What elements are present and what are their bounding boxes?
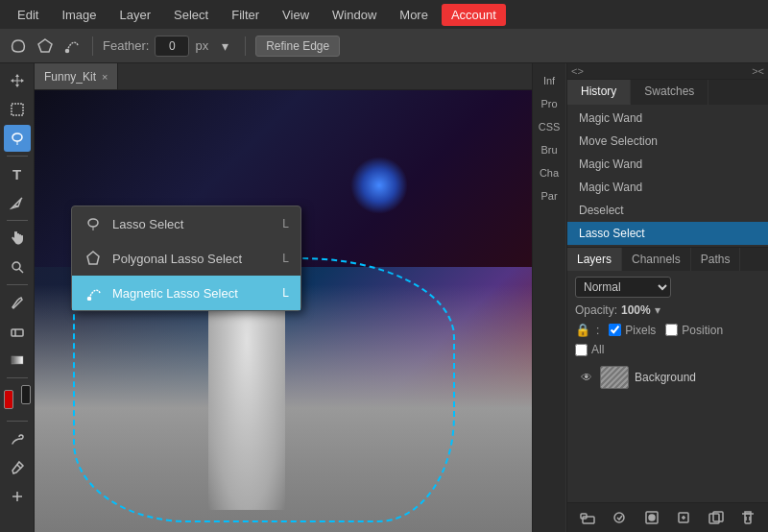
menu-window[interactable]: Window xyxy=(323,4,386,26)
history-item-4[interactable]: Deselect xyxy=(567,199,768,222)
toggle-collapse-right[interactable]: >< xyxy=(752,65,764,77)
toggle-collapse-left[interactable]: <> xyxy=(571,65,584,77)
new-layer-btn[interactable] xyxy=(673,507,694,528)
tool-eyedrop[interactable] xyxy=(4,454,31,481)
menu-view[interactable]: View xyxy=(273,4,319,26)
tool-smudge[interactable] xyxy=(4,425,31,452)
layer-name: Background xyxy=(635,371,696,384)
svg-point-1 xyxy=(66,49,69,52)
history-item-2[interactable]: Magic Wand xyxy=(567,153,768,176)
history-item-5[interactable]: Lasso Select xyxy=(567,222,768,245)
tab-paths[interactable]: Paths xyxy=(691,248,741,271)
feather-dropdown-icon[interactable]: ▾ xyxy=(214,36,235,57)
tool-heal[interactable] xyxy=(4,483,31,510)
layer-thumbnail xyxy=(600,366,629,389)
history-item-1[interactable]: Move Selection xyxy=(567,130,768,153)
tool-lasso[interactable] xyxy=(4,125,31,152)
tool-gradient[interactable] xyxy=(4,347,31,374)
feather-input[interactable] xyxy=(155,36,189,57)
side-label-cha[interactable]: Cha xyxy=(538,161,561,184)
right-panel: <> >< History Swatches Magic Wand Move S… xyxy=(566,63,768,532)
delete-layer-btn[interactable] xyxy=(737,507,758,528)
main-area: T xyxy=(0,63,768,532)
side-label-pro[interactable]: Pro xyxy=(539,92,559,115)
tool-separator-4 xyxy=(7,377,28,378)
add-group-btn[interactable] xyxy=(577,507,598,528)
menu-filter[interactable]: Filter xyxy=(222,4,269,26)
canvas-area: Funny_Kit × xyxy=(35,63,532,532)
svg-line-6 xyxy=(19,269,23,273)
feather-unit: px xyxy=(195,38,208,53)
history-panel: History Swatches Magic Wand Move Selecti… xyxy=(567,80,768,248)
tab-swatches[interactable]: Swatches xyxy=(631,80,708,105)
context-poly-lasso-label: Polygonal Lasso Select xyxy=(112,252,242,266)
all-checkbox[interactable] xyxy=(575,344,588,356)
opacity-value: 100% xyxy=(621,303,651,317)
tab-history[interactable]: History xyxy=(567,80,631,105)
history-panel-tabs: History Swatches xyxy=(567,80,768,105)
menu-image[interactable]: Image xyxy=(52,4,106,26)
tool-pen[interactable] xyxy=(4,189,31,216)
tab-layers[interactable]: Layers xyxy=(567,248,622,271)
svg-rect-7 xyxy=(12,329,23,336)
layers-footer xyxy=(567,502,768,532)
toolbar-lasso-icon[interactable] xyxy=(8,36,29,57)
refine-edge-button[interactable]: Refine Edge xyxy=(255,36,340,57)
tool-paint[interactable] xyxy=(4,289,31,316)
mask-btn[interactable] xyxy=(641,507,662,528)
duplicate-btn[interactable] xyxy=(706,507,727,528)
history-item-0[interactable]: Magic Wand xyxy=(567,107,768,130)
menu-edit[interactable]: Edit xyxy=(8,4,48,26)
toolbar-poly-lasso-icon[interactable] xyxy=(35,36,56,57)
svg-marker-12 xyxy=(87,252,99,264)
history-item-3[interactable]: Magic Wand xyxy=(567,176,768,199)
tool-move[interactable] xyxy=(4,67,31,94)
menu-more[interactable]: More xyxy=(390,4,438,26)
mag-lasso-icon xyxy=(84,283,103,302)
side-label-css[interactable]: CSS xyxy=(537,115,563,138)
svg-point-18 xyxy=(649,515,655,520)
svg-point-5 xyxy=(12,262,20,270)
context-lasso-label: Lasso Select xyxy=(112,217,183,231)
tab-close-icon[interactable]: × xyxy=(102,71,108,83)
canvas-bg[interactable]: Lasso Select L Polygonal Lasso Select L … xyxy=(35,90,532,532)
tool-separator-3 xyxy=(7,284,28,285)
context-mag-lasso-label: Magnetic Lasso Select xyxy=(112,286,238,301)
menu-select[interactable]: Select xyxy=(164,4,218,26)
layers-content: Normal Multiply Screen Opacity: 100% ▾ 🔒… xyxy=(567,271,768,502)
context-menu-item-mag-lasso[interactable]: Magnetic Lasso Select L xyxy=(72,276,300,310)
layer-visibility-icon[interactable]: 👁 xyxy=(579,370,594,385)
menu-account[interactable]: Account xyxy=(442,4,506,26)
history-content: Magic Wand Move Selection Magic Wand Mag… xyxy=(567,105,768,247)
pixels-checkbox[interactable] xyxy=(609,324,621,336)
layer-background[interactable]: 👁 Background xyxy=(575,362,760,393)
side-label-bru[interactable]: Bru xyxy=(539,138,559,161)
opacity-dropdown-icon[interactable]: ▾ xyxy=(655,303,660,317)
tool-zoom[interactable] xyxy=(4,254,31,280)
blend-mode-select[interactable]: Normal Multiply Screen xyxy=(575,277,671,298)
cat-image xyxy=(35,90,532,532)
side-label-inf[interactable]: Inf xyxy=(541,69,557,92)
tab-bar: Funny_Kit × xyxy=(35,63,532,90)
tab-channels[interactable]: Channels xyxy=(622,248,691,271)
tool-text[interactable]: T xyxy=(4,160,31,187)
tool-eraser[interactable] xyxy=(4,318,31,345)
tool-hand[interactable] xyxy=(4,225,31,252)
context-menu-item-lasso[interactable]: Lasso Select L xyxy=(72,206,300,241)
side-label-par[interactable]: Par xyxy=(539,184,559,207)
layers-panel: Layers Channels Paths Normal Multiply Sc… xyxy=(567,248,768,532)
tool-select-rect[interactable] xyxy=(4,96,31,123)
tab-funny-kit[interactable]: Funny_Kit × xyxy=(35,63,118,89)
position-checkbox[interactable] xyxy=(665,324,678,336)
menubar: Edit Image Layer Select Filter View Wind… xyxy=(0,0,768,29)
context-menu-item-poly-lasso[interactable]: Polygonal Lasso Select L xyxy=(72,241,300,276)
svg-line-4 xyxy=(14,206,18,206)
menu-layer[interactable]: Layer xyxy=(110,4,161,26)
lock-row: 🔒 : Pixels Position xyxy=(575,323,760,337)
fx-btn[interactable] xyxy=(609,507,630,528)
tab-filename: Funny_Kit xyxy=(44,70,96,84)
background-color[interactable] xyxy=(21,385,31,404)
toolbar-mag-lasso-icon[interactable] xyxy=(61,36,83,57)
context-menu: Lasso Select L Polygonal Lasso Select L … xyxy=(71,206,301,311)
foreground-color[interactable] xyxy=(4,390,13,409)
